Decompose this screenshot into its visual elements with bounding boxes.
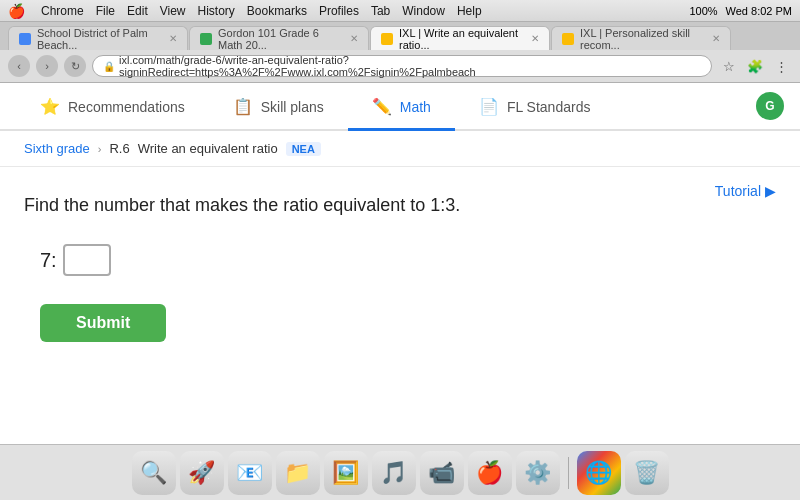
tutorial-play-icon: ▶ xyxy=(765,183,776,199)
dock-files[interactable]: 📁 xyxy=(276,451,320,495)
menu-edit[interactable]: Edit xyxy=(127,4,148,18)
browser-chrome: School District of Palm Beach... ✕ Gordo… xyxy=(0,22,800,83)
browser-tab-1-label: School District of Palm Beach... xyxy=(37,27,163,51)
menu-file[interactable]: File xyxy=(96,4,115,18)
lock-icon: 🔒 xyxy=(103,61,115,72)
dock-trash[interactable]: 🗑️ xyxy=(625,451,669,495)
address-bar: ‹ › ↻ 🔒 ixl.com/math/grade-6/write-an-eq… xyxy=(0,50,800,82)
clock: Wed 8:02 PM xyxy=(726,5,792,17)
menu-dots-button[interactable]: ⋮ xyxy=(770,55,792,77)
breadcrumb-skill-code: R.6 xyxy=(109,141,129,156)
tab-recommendations-label: Recommendations xyxy=(68,99,185,115)
dock-photos[interactable]: 🖼️ xyxy=(324,451,368,495)
tab-skill-plans-label: Skill plans xyxy=(261,99,324,115)
tab-fl-standards-label: FL Standards xyxy=(507,99,591,115)
math-icon: ✏️ xyxy=(372,97,392,116)
tutorial-button[interactable]: Tutorial ▶ xyxy=(715,183,776,199)
tab-favicon-3 xyxy=(381,33,393,45)
ixl-nav: ⭐ Recommendations 📋 Skill plans ✏️ Math … xyxy=(0,83,800,131)
tab-favicon-2 xyxy=(200,33,212,45)
menu-help[interactable]: Help xyxy=(457,4,482,18)
browser-tab-4-label: IXL | Personalized skill recom... xyxy=(580,27,706,51)
browser-tab-3[interactable]: IXL | Write an equivalent ratio... ✕ xyxy=(370,26,550,50)
user-avatar[interactable]: G xyxy=(756,92,784,120)
dock-chrome[interactable]: 🌐 xyxy=(577,451,621,495)
tab-recommendations[interactable]: ⭐ Recommendations xyxy=(16,85,209,131)
dock-facetime[interactable]: 📹 xyxy=(420,451,464,495)
browser-tab-2-label: Gordon 101 Grade 6 Math 20... xyxy=(218,27,344,51)
menu-window[interactable]: Window xyxy=(402,4,445,18)
dock-system-prefs[interactable]: ⚙️ xyxy=(516,451,560,495)
ratio-row: 7: xyxy=(40,244,776,276)
breadcrumb-parent[interactable]: Sixth grade xyxy=(24,141,90,156)
ixl-nav-right: G xyxy=(756,83,784,129)
ratio-prefix: 7: xyxy=(40,249,57,272)
tab-close-1[interactable]: ✕ xyxy=(169,33,177,44)
dock-finder[interactable]: 🔍 xyxy=(132,451,176,495)
breadcrumb-badge: NEA xyxy=(286,142,321,156)
dock-mail[interactable]: 📧 xyxy=(228,451,272,495)
menu-bar: 🍎 Chrome File Edit View History Bookmark… xyxy=(0,0,800,22)
fl-standards-icon: 📄 xyxy=(479,97,499,116)
tab-math-label: Math xyxy=(400,99,431,115)
tab-bar: School District of Palm Beach... ✕ Gordo… xyxy=(0,22,800,50)
tab-skill-plans[interactable]: 📋 Skill plans xyxy=(209,85,348,131)
menu-view[interactable]: View xyxy=(160,4,186,18)
menu-tab[interactable]: Tab xyxy=(371,4,390,18)
browser-tab-1[interactable]: School District of Palm Beach... ✕ xyxy=(8,26,188,50)
question-text: Find the number that makes the ratio equ… xyxy=(24,195,776,216)
dock-itunes[interactable]: 🎵 xyxy=(372,451,416,495)
url-text: ixl.com/math/grade-6/write-an-equivalent… xyxy=(119,54,701,78)
menu-bookmarks[interactable]: Bookmarks xyxy=(247,4,307,18)
battery-indicator: 100% xyxy=(689,5,717,17)
tab-close-2[interactable]: ✕ xyxy=(350,33,358,44)
browser-tab-2[interactable]: Gordon 101 Grade 6 Math 20... ✕ xyxy=(189,26,369,50)
menubar-right: 100% Wed 8:02 PM xyxy=(689,5,792,17)
forward-button[interactable]: › xyxy=(36,55,58,77)
dock: 🔍 🚀 📧 📁 🖼️ 🎵 📹 🍎 ⚙️ 🌐 🗑️ xyxy=(0,444,800,500)
submit-button[interactable]: Submit xyxy=(40,304,166,342)
dock-divider xyxy=(568,457,569,489)
browser-tab-4[interactable]: IXL | Personalized skill recom... ✕ xyxy=(551,26,731,50)
breadcrumb-skill-name: Write an equivalent ratio xyxy=(138,141,278,156)
extensions-button[interactable]: 🧩 xyxy=(744,55,766,77)
url-bar[interactable]: 🔒 ixl.com/math/grade-6/write-an-equivale… xyxy=(92,55,712,77)
tab-close-4[interactable]: ✕ xyxy=(712,33,720,44)
tab-math[interactable]: ✏️ Math xyxy=(348,85,455,131)
bookmark-button[interactable]: ☆ xyxy=(718,55,740,77)
reload-button[interactable]: ↻ xyxy=(64,55,86,77)
breadcrumb: Sixth grade › R.6 Write an equivalent ra… xyxy=(0,131,800,167)
browser-actions: ☆ 🧩 ⋮ xyxy=(718,55,792,77)
ratio-input[interactable] xyxy=(63,244,111,276)
apple-menu[interactable]: 🍎 xyxy=(8,3,25,19)
dock-launchpad[interactable]: 🚀 xyxy=(180,451,224,495)
breadcrumb-separator: › xyxy=(98,143,102,155)
menu-history[interactable]: History xyxy=(198,4,235,18)
skill-plans-icon: 📋 xyxy=(233,97,253,116)
tab-favicon-4 xyxy=(562,33,574,45)
dock-appstore[interactable]: 🍎 xyxy=(468,451,512,495)
tutorial-label: Tutorial xyxy=(715,183,761,199)
menu-chrome[interactable]: Chrome xyxy=(41,4,84,18)
back-button[interactable]: ‹ xyxy=(8,55,30,77)
tab-fl-standards[interactable]: 📄 FL Standards xyxy=(455,85,615,131)
tab-close-3[interactable]: ✕ xyxy=(531,33,539,44)
recommendations-icon: ⭐ xyxy=(40,97,60,116)
browser-tab-3-label: IXL | Write an equivalent ratio... xyxy=(399,27,525,51)
tab-favicon-1 xyxy=(19,33,31,45)
menu-profiles[interactable]: Profiles xyxy=(319,4,359,18)
